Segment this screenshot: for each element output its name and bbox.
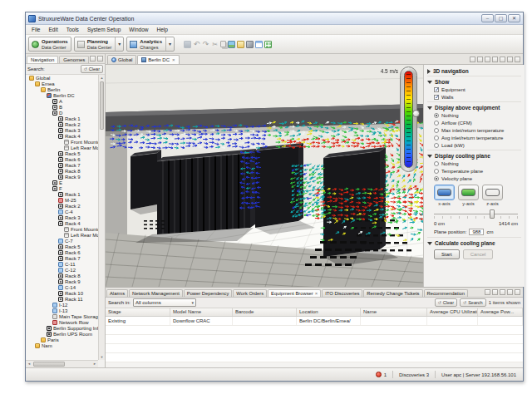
grid-icon[interactable] <box>485 289 490 295</box>
tree-item[interactable]: Left Rear Moun <box>26 232 98 238</box>
close-icon[interactable] <box>508 14 520 22</box>
tree-item[interactable]: Rack 6 <box>26 249 98 255</box>
tree-item[interactable]: Rack 3 <box>26 127 98 133</box>
checkbox-option[interactable]: Walls <box>434 95 521 100</box>
table-icon[interactable] <box>470 57 475 62</box>
tree-item[interactable]: Berlin DC <box>26 92 98 98</box>
column-header[interactable]: Average Pow... <box>478 308 523 316</box>
redo-icon[interactable] <box>202 41 209 48</box>
alarm-status-icon[interactable] <box>376 372 382 377</box>
column-header[interactable]: Barcode <box>233 308 297 316</box>
radio-option[interactable]: Max inlet/return temperature <box>434 128 521 133</box>
scroll-up-icon[interactable]: ▲ <box>99 75 105 81</box>
tree-item[interactable]: Rack 1 <box>26 116 98 121</box>
radio-icon[interactable] <box>434 161 439 166</box>
tree-item[interactable]: Paris <box>26 337 98 342</box>
tree-item[interactable]: C-12 <box>26 267 98 273</box>
radio-icon[interactable] <box>434 113 439 118</box>
undo-icon[interactable] <box>193 41 200 48</box>
close-tab-icon[interactable] <box>315 291 318 296</box>
menu-item[interactable]: Help <box>152 25 171 34</box>
slider-thumb[interactable] <box>490 209 495 219</box>
title-bar[interactable]: StruxureWare Data Center Operation <box>26 12 523 25</box>
search-button[interactable]: Search <box>460 298 486 307</box>
tree-item[interactable]: Front Mounted <box>26 139 98 145</box>
tree-item[interactable]: C-7 <box>26 238 98 244</box>
scale-handle[interactable] <box>412 110 420 117</box>
tree-item[interactable]: Emea <box>26 81 98 86</box>
tree-item[interactable]: Berlin UPS Room <box>26 331 98 337</box>
tree-item[interactable]: Rack 2 <box>26 121 98 127</box>
editor-tab[interactable]: Global <box>107 55 136 64</box>
chevron-down-icon[interactable] <box>165 37 171 51</box>
cut-icon[interactable] <box>211 41 219 48</box>
plane-position-slider[interactable] <box>434 209 518 219</box>
tree-item[interactable]: Rack 8 <box>26 168 98 174</box>
tree-item[interactable]: Rack 5 <box>26 150 98 156</box>
tree-item[interactable]: Rack 3 <box>26 214 98 220</box>
tree-item[interactable]: Rack 7 <box>26 162 98 168</box>
section-header[interactable]: Display cooling plane <box>427 153 521 159</box>
radio-icon[interactable] <box>434 121 439 126</box>
column-header[interactable]: Stage <box>106 308 170 316</box>
editor-tab[interactable]: Berlin DC <box>137 55 179 64</box>
tree-item[interactable]: F <box>26 185 98 191</box>
column-header[interactable]: Name <box>361 308 427 316</box>
target-icon[interactable] <box>500 57 505 62</box>
3d-viewport[interactable]: 4.5 m/s <box>106 65 423 287</box>
perspective-button[interactable]: Analytics Changes <box>126 37 175 52</box>
radio-icon[interactable] <box>434 135 439 140</box>
column-header[interactable]: Average CPU Utilization ... <box>427 308 478 316</box>
tree-item[interactable]: C-4 <box>26 209 98 214</box>
chevron-down-icon[interactable] <box>115 37 121 51</box>
left-panel-tab[interactable]: Navigation <box>27 56 58 63</box>
tree-item[interactable]: Rack 6 <box>26 156 98 162</box>
tree-item[interactable]: Nam <box>26 342 98 348</box>
clear-button[interactable]: Clear <box>435 298 457 307</box>
tree-item[interactable]: Rack 8 <box>26 273 98 278</box>
copy-view-icon[interactable] <box>500 289 505 295</box>
radio-option[interactable]: Avg inlet/return temperature <box>434 135 521 140</box>
radio-option[interactable]: Airflow (CFM) <box>434 121 521 126</box>
tree-item[interactable]: M-25 <box>26 197 98 203</box>
tree-item[interactable]: Rack 11 <box>26 296 98 302</box>
tree-item[interactable]: A <box>26 98 98 104</box>
tree-item[interactable]: Rack 4 <box>26 133 98 139</box>
tree-item[interactable]: Global <box>26 75 98 81</box>
perspective-button[interactable]: Planning Data Center <box>74 37 125 52</box>
menu-item[interactable]: File <box>27 25 44 34</box>
tree-item[interactable]: Network Row <box>26 319 98 325</box>
3d-viewport-canvas[interactable] <box>106 65 423 287</box>
tree-item[interactable]: Berlin Supporting Infrastru <box>26 325 98 331</box>
scroll-down-icon[interactable]: ▼ <box>99 354 105 360</box>
radio-icon[interactable] <box>434 128 439 133</box>
tree-item[interactable]: I-12 <box>26 302 98 308</box>
section-header[interactable]: Calculate cooling plane <box>427 240 521 246</box>
report-icon[interactable] <box>255 41 263 48</box>
checkbox-icon[interactable] <box>434 95 439 100</box>
bottom-tab[interactable]: Alarms <box>106 289 128 297</box>
menu-item[interactable]: System Setup <box>83 25 125 34</box>
layout-icon[interactable] <box>264 41 272 48</box>
bottom-tab[interactable]: Power Dependency <box>184 289 233 297</box>
tree-item[interactable]: Rack 7 <box>26 255 98 261</box>
axis-button[interactable] <box>458 185 479 200</box>
columns-icon[interactable] <box>492 289 498 295</box>
tree-item[interactable]: Rack 9 <box>26 174 98 180</box>
tree-item[interactable]: D <box>26 110 98 116</box>
plane-position-value[interactable]: 988 <box>469 229 484 235</box>
tree-item[interactable]: Rack 4 <box>26 220 98 226</box>
save-icon[interactable] <box>184 41 191 48</box>
bottom-tab[interactable]: Remedy Change Tickets <box>363 289 422 297</box>
scrollbar-thumb[interactable] <box>100 81 104 130</box>
tree-item[interactable]: Front Mounted <box>26 226 98 232</box>
radio-option[interactable]: Velocity plane <box>434 176 521 181</box>
radio-icon[interactable] <box>434 169 439 174</box>
minimize-panel-icon[interactable] <box>507 57 513 62</box>
cancel-button[interactable]: Cancel <box>463 249 494 259</box>
radio-icon[interactable] <box>434 143 439 148</box>
bottom-tab[interactable]: Recommendation <box>424 289 468 297</box>
tree-item[interactable]: C-11 <box>26 261 98 267</box>
radio-option[interactable]: Nothing <box>434 113 521 118</box>
pause-icon[interactable] <box>485 57 490 62</box>
